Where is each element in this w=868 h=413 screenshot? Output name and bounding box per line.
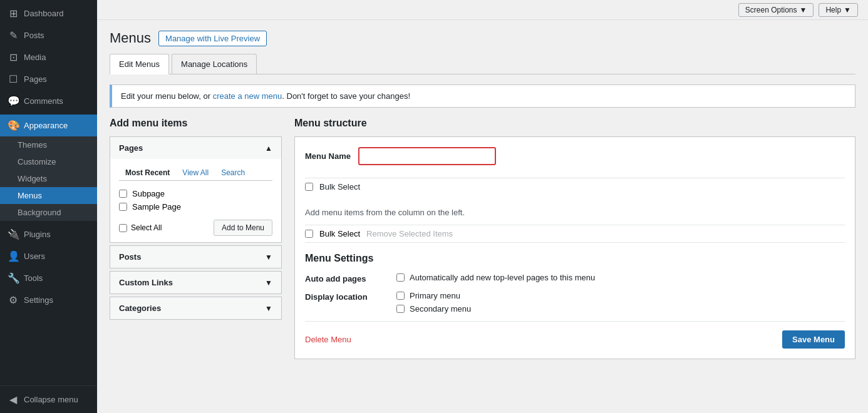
notice-bar: Edit your menu below, or create a new me…	[110, 84, 855, 108]
menu-settings-section: Menu Settings Auto add pages Automatical…	[305, 253, 845, 314]
pages-icon: ☐	[8, 73, 19, 85]
page-title: Menus	[110, 30, 151, 46]
accordion-categories-header[interactable]: Categories ▼	[110, 297, 281, 319]
sample-page-checkbox[interactable]	[119, 203, 127, 211]
bulk-select-top-label: Bulk Select	[319, 182, 360, 191]
sidebar-item-widgets[interactable]: Widgets	[0, 170, 97, 187]
content-area: Menus Manage with Live Preview Edit Menu…	[97, 20, 868, 413]
select-all-label: Select All	[131, 223, 162, 232]
auto-add-pages-label: Auto add pages	[305, 273, 386, 283]
page-header: Menus Manage with Live Preview	[110, 30, 855, 46]
list-item: Subpage	[119, 187, 272, 200]
sidebar: ⊞ Dashboard ✎ Posts ⊡ Media ☐ Pages 💬 Co…	[0, 0, 97, 413]
sidebar-item-dashboard[interactable]: ⊞ Dashboard	[0, 3, 97, 24]
accordion-posts: Posts ▼	[110, 245, 282, 268]
settings-icon: ⚙	[8, 294, 19, 306]
tab-edit-menus[interactable]: Edit Menus	[110, 54, 169, 74]
sidebar-item-background[interactable]: Background	[0, 204, 97, 221]
accordion-posts-header[interactable]: Posts ▼	[110, 246, 281, 268]
select-all-checkbox[interactable]	[119, 224, 127, 232]
sidebar-item-themes[interactable]: Themes	[0, 136, 97, 153]
plugins-icon: 🔌	[8, 228, 19, 240]
menu-structure-box: Menu Name Bulk Select Add menu items fro…	[294, 136, 855, 359]
secondary-menu-checkbox[interactable]	[396, 305, 405, 313]
accordion-pages-body: Most Recent View All Search Subpage	[110, 159, 281, 242]
pages-list: Subpage Sample Page	[119, 187, 272, 213]
media-icon: ⊡	[8, 51, 19, 63]
collapse-icon: ◀	[8, 394, 19, 405]
comments-icon: 💬	[8, 95, 19, 107]
menu-structure-panel: Menu structure Menu Name Bulk Select Add…	[294, 118, 855, 359]
bulk-select-bottom-bar: Bulk Select Remove Selected Items	[305, 225, 845, 243]
accordion-tab-view-all[interactable]: View All	[176, 165, 215, 180]
subpage-checkbox[interactable]	[119, 190, 127, 198]
live-preview-button[interactable]: Manage with Live Preview	[158, 31, 267, 46]
auto-add-pages-checkbox[interactable]	[396, 273, 405, 282]
secondary-menu-label[interactable]: Secondary menu	[396, 304, 471, 314]
menu-name-label: Menu Name	[305, 151, 351, 161]
auto-add-pages-checkbox-label[interactable]: Automatically add new top-level pages to…	[396, 273, 595, 282]
tab-manage-locations[interactable]: Manage Locations	[172, 54, 257, 74]
bulk-select-top-checkbox[interactable]	[305, 183, 313, 191]
primary-menu-checkbox[interactable]	[396, 292, 405, 300]
bulk-select-bottom-checkbox[interactable]	[305, 230, 313, 238]
posts-icon: ✎	[8, 29, 19, 41]
auto-add-pages-row: Auto add pages Automatically add new top…	[305, 273, 845, 283]
sidebar-item-pages[interactable]: ☐ Pages	[0, 68, 97, 90]
menu-layout: Add menu items Pages ▲ Most Recent View …	[110, 118, 855, 359]
sidebar-item-plugins[interactable]: 🔌 Plugins	[0, 223, 97, 245]
sidebar-item-menus[interactable]: Menus	[0, 187, 97, 204]
sidebar-item-posts[interactable]: ✎ Posts	[0, 24, 97, 46]
bulk-select-bottom-label: Bulk Select	[319, 229, 360, 238]
chevron-down-icon: ▼	[800, 6, 807, 14]
screen-options-button[interactable]: Screen Options ▼	[738, 3, 814, 17]
users-icon: 👤	[8, 250, 19, 262]
sidebar-item-tools[interactable]: 🔧 Tools	[0, 267, 97, 289]
accordion-pages: Pages ▲ Most Recent View All Search S	[110, 136, 282, 243]
tab-bar: Edit Menus Manage Locations	[110, 54, 855, 74]
display-location-row: Display location Primary menu Secondary …	[305, 291, 845, 314]
delete-menu-link[interactable]: Delete Menu	[305, 335, 351, 344]
sidebar-item-users[interactable]: 👤 Users	[0, 245, 97, 267]
add-to-menu-button[interactable]: Add to Menu	[214, 220, 272, 236]
select-all-wrap: Select All	[119, 223, 162, 232]
sidebar-item-appearance[interactable]: 🎨 Appearance	[0, 115, 97, 136]
primary-menu-label[interactable]: Primary menu	[396, 291, 471, 300]
accordion-pages-footer: Select All Add to Menu	[119, 220, 272, 236]
create-new-menu-link[interactable]: create a new menu	[213, 91, 282, 101]
appearance-icon: 🎨	[8, 120, 19, 131]
menu-name-row: Menu Name	[305, 147, 845, 165]
dashboard-icon: ⊞	[8, 8, 19, 19]
chevron-down-icon: ▼	[265, 253, 272, 262]
main-content: Screen Options ▼ Help ▼ Menus Manage wit…	[97, 0, 868, 413]
topbar: Screen Options ▼ Help ▼	[97, 0, 868, 20]
pages-accordion-tabs: Most Recent View All Search	[119, 165, 272, 181]
display-location-label: Display location	[305, 291, 386, 302]
menu-structure-title: Menu structure	[294, 118, 855, 129]
add-menu-items-title: Add menu items	[110, 118, 282, 129]
collapse-menu[interactable]: ◀ Collapse menu	[8, 391, 90, 408]
add-menu-items-panel: Add menu items Pages ▲ Most Recent View …	[110, 118, 282, 322]
chevron-down-icon: ▼	[265, 278, 272, 287]
add-info-text: Add menu items from the column on the le…	[305, 200, 845, 225]
save-menu-button[interactable]: Save Menu	[782, 330, 845, 349]
accordion-custom-links-header[interactable]: Custom Links ▼	[110, 272, 281, 293]
sidebar-item-comments[interactable]: 💬 Comments	[0, 90, 97, 112]
chevron-down-icon: ▼	[844, 6, 851, 14]
remove-selected-link[interactable]: Remove Selected Items	[366, 229, 453, 238]
menu-name-input[interactable]	[358, 147, 496, 165]
auto-add-pages-content: Automatically add new top-level pages to…	[396, 273, 595, 282]
accordion-tab-search[interactable]: Search	[215, 165, 251, 180]
menu-footer: Delete Menu Save Menu	[305, 321, 845, 349]
sidebar-item-customize[interactable]: Customize	[0, 153, 97, 170]
help-button[interactable]: Help ▼	[819, 3, 858, 17]
display-location-content: Primary menu Secondary menu	[396, 291, 471, 314]
bulk-select-top-bar: Bulk Select	[305, 178, 845, 195]
list-item: Sample Page	[119, 200, 272, 213]
accordion-pages-header[interactable]: Pages ▲	[110, 137, 281, 159]
tools-icon: 🔧	[8, 272, 19, 284]
sidebar-item-media[interactable]: ⊡ Media	[0, 46, 97, 68]
sidebar-item-settings[interactable]: ⚙ Settings	[0, 289, 97, 311]
accordion-categories: Categories ▼	[110, 297, 282, 320]
accordion-tab-most-recent[interactable]: Most Recent	[119, 165, 176, 180]
